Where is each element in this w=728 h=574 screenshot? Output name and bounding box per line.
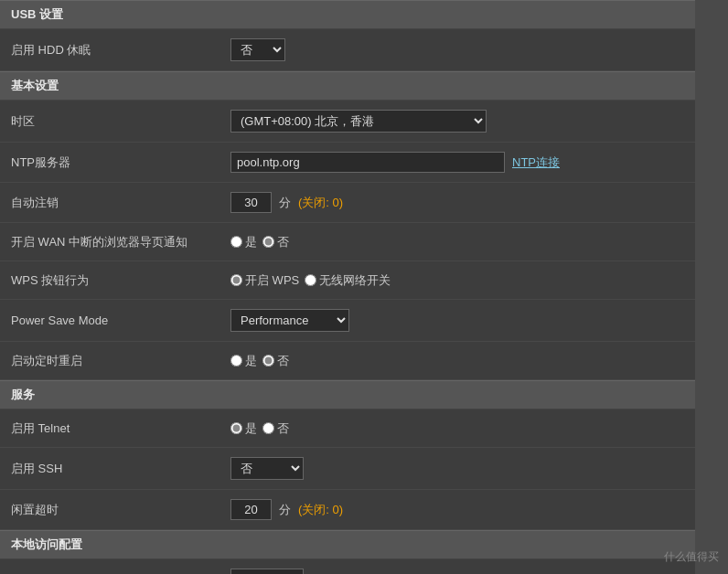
radio-label-wps-behavior-开启 WPS[interactable]: 开启 WPS: [230, 272, 299, 289]
radio-wan-notify-否[interactable]: [262, 236, 274, 248]
select-timezone[interactable]: (GMT+08:00) 北京，香港: [230, 110, 487, 133]
form-row-wan-notify: 开启 WAN 中断的浏览器导页通知是否: [0, 223, 695, 261]
label-auto-logout: 自动注销: [11, 195, 230, 211]
radio-label-wan-notify-否[interactable]: 否: [262, 234, 289, 250]
form-row-power-save: Power Save ModePerformanceGreen: [0, 300, 695, 342]
radio-label-telnet-否[interactable]: 否: [262, 420, 289, 437]
control-telnet: 是否: [230, 420, 684, 437]
radio-telnet-否[interactable]: [262, 422, 274, 434]
form-row-ntp-server: NTP服务器NTP连接: [0, 143, 695, 183]
form-row-ssh: 启用 SSH是否: [0, 448, 695, 490]
section-header-local-access: 本地访问配置: [0, 530, 695, 559]
label-hdd-sleep: 启用 HDD 休眠: [11, 42, 230, 58]
radio-label-wan-notify-是[interactable]: 是: [230, 234, 257, 250]
control-ssh: 是否: [230, 457, 684, 480]
control-auto-logout: 分(关闭: 0): [230, 192, 684, 213]
main-content: USB 设置启用 HDD 休眠是否基本设置时区(GMT+08:00) 北京，香港…: [0, 0, 695, 574]
form-row-auto-logout: 自动注销分(关闭: 0): [0, 183, 695, 223]
control-scheduled-reboot: 是否: [230, 353, 684, 369]
control-ntp-server: NTP连接: [230, 152, 684, 173]
radio-group-wps-behavior: 开启 WPS无线网络开关: [230, 272, 391, 289]
form-row-auth-method: 授权方式HTTPHTTPS: [0, 559, 695, 574]
radio-wps-behavior-无线网络开关[interactable]: [305, 274, 316, 286]
section-header-services: 服务: [0, 380, 695, 409]
input-ntp-server[interactable]: [230, 152, 505, 173]
section-header-usb-settings: USB 设置: [0, 0, 695, 29]
control-timezone: (GMT+08:00) 北京，香港: [230, 110, 684, 133]
radio-wan-notify-是[interactable]: [230, 236, 242, 248]
note-auto-logout: (关闭: 0): [298, 195, 343, 211]
label-power-save: Power Save Mode: [11, 314, 230, 327]
form-row-telnet: 启用 Telnet是否: [0, 409, 695, 448]
radio-label-wps-behavior-无线网络开关[interactable]: 无线网络开关: [305, 272, 391, 289]
form-row-wps-behavior: WPS 按钮行为开启 WPS无线网络开关: [0, 261, 695, 300]
label-wps-behavior: WPS 按钮行为: [11, 272, 230, 289]
radio-telnet-是[interactable]: [230, 422, 242, 434]
radio-label-scheduled-reboot-否[interactable]: 否: [262, 353, 289, 369]
radio-scheduled-reboot-是[interactable]: [230, 355, 242, 367]
radio-label-telnet-是[interactable]: 是: [230, 420, 257, 437]
select-auth-method[interactable]: HTTPHTTPS: [230, 569, 304, 574]
control-idle-timeout: 分(关闭: 0): [230, 499, 684, 520]
input-idle-timeout[interactable]: [230, 499, 272, 520]
section-header-basic-settings: 基本设置: [0, 71, 695, 101]
radio-group-telnet: 是否: [230, 420, 289, 437]
form-row-timezone: 时区(GMT+08:00) 北京，香港: [0, 101, 695, 143]
form-row-scheduled-reboot: 启动定时重启是否: [0, 342, 695, 380]
label-ssh: 启用 SSH: [11, 461, 230, 477]
watermark: 什么值得买: [664, 549, 719, 565]
unit-auto-logout: 分: [279, 195, 291, 211]
form-row-idle-timeout: 闲置超时分(关闭: 0): [0, 490, 695, 530]
select-power-save[interactable]: PerformanceGreen: [230, 309, 349, 332]
radio-group-scheduled-reboot: 是否: [230, 353, 289, 369]
note-idle-timeout: (关闭: 0): [298, 502, 343, 518]
radio-label-scheduled-reboot-是[interactable]: 是: [230, 353, 257, 369]
radio-wps-behavior-开启 WPS[interactable]: [230, 274, 242, 286]
label-timezone: 时区: [11, 113, 230, 130]
label-idle-timeout: 闲置超时: [11, 502, 230, 518]
radio-scheduled-reboot-否[interactable]: [262, 355, 274, 367]
ntp-link[interactable]: NTP连接: [512, 154, 560, 171]
control-wan-notify: 是否: [230, 234, 684, 250]
control-hdd-sleep: 是否: [230, 38, 684, 61]
label-ntp-server: NTP服务器: [11, 154, 230, 171]
select-hdd-sleep[interactable]: 是否: [230, 38, 285, 61]
label-wan-notify: 开启 WAN 中断的浏览器导页通知: [11, 234, 230, 250]
label-telnet: 启用 Telnet: [11, 420, 230, 437]
input-auto-logout[interactable]: [230, 192, 272, 213]
radio-group-wan-notify: 是否: [230, 234, 289, 250]
control-power-save: PerformanceGreen: [230, 309, 684, 332]
control-wps-behavior: 开启 WPS无线网络开关: [230, 272, 684, 289]
control-auth-method: HTTPHTTPS: [230, 569, 684, 574]
select-ssh[interactable]: 是否: [230, 457, 304, 480]
label-scheduled-reboot: 启动定时重启: [11, 353, 230, 369]
unit-idle-timeout: 分: [279, 502, 291, 518]
form-row-hdd-sleep: 启用 HDD 休眠是否: [0, 29, 695, 71]
